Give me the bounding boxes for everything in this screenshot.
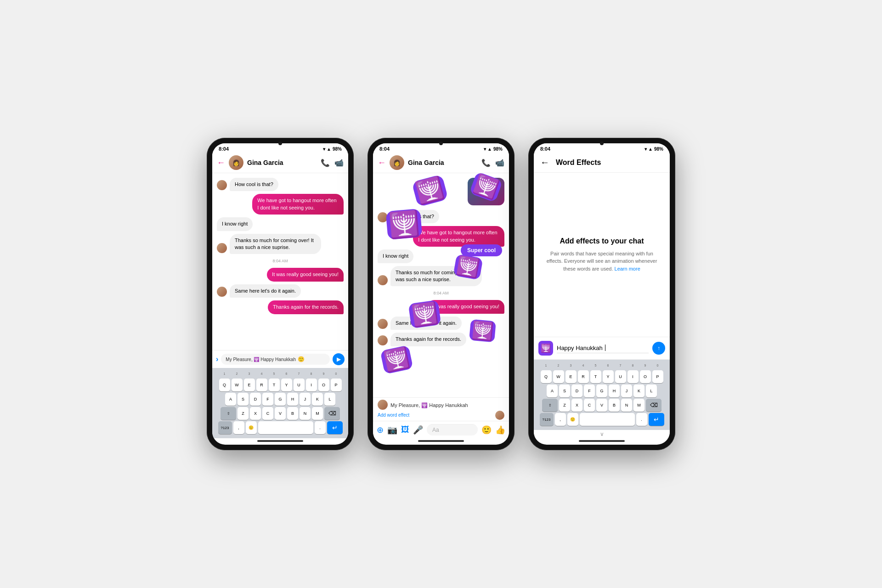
key-g[interactable]: G (275, 393, 286, 406)
key-shift-3[interactable]: ⇧ (542, 399, 558, 412)
key-k[interactable]: K (312, 393, 323, 406)
camera-icon[interactable]: 📷 (387, 425, 397, 435)
key-w[interactable]: W (232, 379, 243, 391)
key-x[interactable]: X (250, 407, 261, 420)
key-b3[interactable]: B (609, 399, 620, 412)
messages-1: How cool is that? We have got to hangout… (212, 173, 348, 350)
back-button-1[interactable]: ← (217, 158, 225, 168)
video-icon-1[interactable]: 📹 (334, 158, 344, 167)
video-icon-2[interactable]: 📹 (495, 158, 504, 167)
key-period[interactable]: . (315, 421, 326, 434)
key-backspace[interactable]: ⌫ (324, 407, 340, 420)
key-h3[interactable]: H (609, 384, 620, 397)
key-j3[interactable]: J (621, 384, 632, 397)
key-enter-3[interactable]: ↵ (649, 413, 664, 426)
key-u[interactable]: U (294, 379, 305, 391)
key-t3[interactable]: T (590, 370, 601, 383)
avatar-img-2: 👩 (390, 155, 404, 170)
key-e3[interactable]: E (565, 370, 577, 383)
key-w3[interactable]: W (553, 370, 564, 383)
back-button-3[interactable]: ← (540, 157, 549, 168)
key-c3[interactable]: C (584, 399, 595, 412)
key-space[interactable] (258, 421, 313, 434)
num-key: 2 (553, 362, 564, 369)
key-p3[interactable]: P (652, 370, 663, 383)
key-r3[interactable]: R (578, 370, 589, 383)
key-e[interactable]: E (244, 379, 255, 391)
key-comma-3[interactable]: , (555, 413, 566, 426)
key-v3[interactable]: V (596, 399, 607, 412)
key-y[interactable]: Y (281, 379, 292, 391)
key-q[interactable]: Q (219, 379, 230, 391)
word-input-container[interactable]: Happy Hanukkah (557, 344, 649, 353)
key-q3[interactable]: Q (541, 370, 552, 383)
key-space-3[interactable] (580, 413, 635, 426)
key-g3[interactable]: G (596, 384, 607, 397)
key-c[interactable]: C (262, 407, 273, 420)
key-l[interactable]: L (324, 393, 335, 406)
emoji-icon[interactable]: 🙂 (481, 425, 492, 435)
key-n[interactable]: N (300, 407, 311, 420)
add-word-effect-btn[interactable]: Add word effect (378, 412, 409, 419)
key-z[interactable]: Z (237, 407, 249, 420)
key-a[interactable]: A (225, 393, 236, 406)
call-icon-1[interactable]: 📞 (321, 158, 330, 167)
key-row-4: ?123 , 🙂 . ↵ (213, 421, 347, 434)
key-z3[interactable]: Z (559, 399, 570, 412)
key-period-3[interactable]: . (636, 413, 647, 426)
key-d[interactable]: D (250, 393, 261, 406)
gallery-icon[interactable]: 🖼 (401, 425, 409, 435)
key-r[interactable]: R (256, 379, 267, 391)
key-backspace-3[interactable]: ⌫ (646, 399, 662, 412)
avatar-small (378, 212, 388, 222)
emoji-button-1[interactable]: 🙂 (298, 356, 305, 362)
key-m3[interactable]: M (633, 399, 645, 412)
key-a3[interactable]: A (547, 384, 558, 397)
key-t[interactable]: T (269, 379, 280, 391)
key-v[interactable]: V (275, 407, 286, 420)
learn-more-link[interactable]: Learn more (615, 266, 640, 271)
send-button-3[interactable]: ↑ (652, 342, 665, 355)
key-p[interactable]: P (331, 379, 342, 391)
like-icon[interactable]: 👍 (495, 425, 505, 435)
key-i[interactable]: I (306, 379, 317, 391)
key-m[interactable]: M (312, 407, 323, 420)
key-enter[interactable]: ↵ (327, 421, 343, 434)
key-shift[interactable]: ⇧ (220, 407, 236, 420)
key-row-2: A S D F G H J K L (213, 393, 347, 406)
key-o3[interactable]: O (640, 370, 651, 383)
message-input-1[interactable]: My Pleasure, 🕎 Happy Hanukkah 🙂 (221, 354, 330, 365)
key-y3[interactable]: Y (603, 370, 614, 383)
plus-icon[interactable]: ⊕ (377, 425, 384, 435)
wifi-icon-3: ▾ (645, 147, 647, 152)
key-f[interactable]: F (262, 393, 273, 406)
key-h[interactable]: H (287, 393, 298, 406)
key-comma[interactable]: , (233, 421, 244, 434)
key-j[interactable]: J (300, 393, 311, 406)
key-123[interactable]: ?123 (218, 421, 232, 434)
photo-msg: 🏙 (378, 178, 504, 205)
key-l3[interactable]: L (646, 384, 657, 397)
key-emoji[interactable]: 🙂 (246, 421, 257, 434)
key-i3[interactable]: I (628, 370, 639, 383)
key-o[interactable]: O (318, 379, 329, 391)
key-k3[interactable]: K (633, 384, 645, 397)
key-s3[interactable]: S (559, 384, 570, 397)
send-button-1[interactable]: ▶ (333, 353, 345, 365)
key-b[interactable]: B (287, 407, 298, 420)
call-icon-2[interactable]: 📞 (481, 158, 491, 167)
key-n3[interactable]: N (621, 399, 632, 412)
key-123-3[interactable]: ?123 (540, 413, 554, 426)
mic-icon[interactable]: 🎤 (413, 425, 423, 435)
expand-button-1[interactable]: › (216, 355, 218, 363)
key-u3[interactable]: U (615, 370, 626, 383)
key-x3[interactable]: X (571, 399, 582, 412)
aa-input-field[interactable]: Aa (427, 424, 478, 435)
key-f3[interactable]: F (584, 384, 595, 397)
key-d3[interactable]: D (571, 384, 582, 397)
key-s[interactable]: S (237, 393, 249, 406)
key-emoji-3[interactable]: 🙂 (567, 413, 578, 426)
contact-name-2: Gina Garcia (408, 159, 481, 166)
bubble-received: Thanks so much for coming over! It was s… (230, 234, 321, 254)
back-button-2[interactable]: ← (378, 158, 386, 168)
